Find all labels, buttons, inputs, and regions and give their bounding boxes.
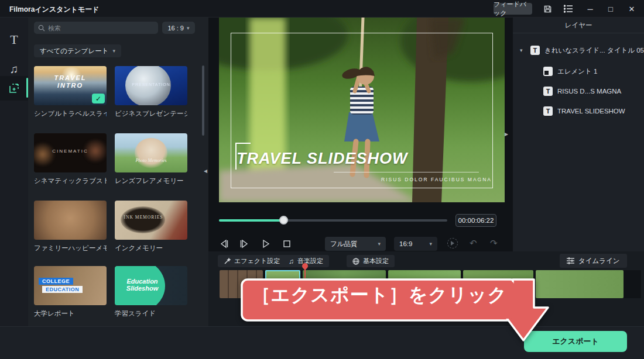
render-preview-icon[interactable]: [447, 238, 458, 248]
template-label: 学習スライド: [115, 309, 187, 318]
timecode-display: 00:00:06:22: [455, 214, 496, 227]
timeline-section: エフェクト設定 ♫ 音楽設定 基本設定 タイムライン: [208, 251, 644, 326]
template-card-lensflare[interactable]: Photo Memories レンズフレアメモリー: [115, 133, 187, 185]
template-card-education[interactable]: EducationSlideshow 学習スライド: [115, 266, 187, 318]
globe-icon: [352, 258, 359, 265]
layer-row-element[interactable]: エレメント 1: [513, 62, 644, 81]
template-label: レンズフレアメモリー: [115, 177, 187, 185]
preview-title-text: TRAVEL SLIDESHOW: [237, 150, 408, 168]
templates-tool-icon[interactable]: [0, 76, 28, 101]
template-label: シネマティックラブストーリー: [34, 177, 107, 185]
preview-area: TRAVEL SLIDESHOW RISUS DOLOR FAUCIBUS MA…: [208, 18, 513, 251]
layers-panel: レイヤー ▾ T きれいなスライド... タイトル 05 エレメント 1 T R…: [513, 18, 644, 251]
seek-bar-handle[interactable]: [279, 216, 288, 225]
layers-header: レイヤー: [513, 18, 644, 33]
collapse-left-icon[interactable]: ◂: [204, 167, 207, 175]
timeline-clip[interactable]: [303, 270, 386, 298]
save-icon[interactable]: [541, 3, 554, 15]
timeline-sliders-icon: [567, 257, 574, 264]
template-filter-dropdown[interactable]: すべてのテンプレート ▾: [34, 44, 121, 57]
element-layer-icon: [543, 67, 553, 76]
layer-row-risus[interactable]: T RISUS D...S MAGNA: [513, 82, 644, 101]
magic-wand-icon: [224, 258, 231, 265]
template-label: ビジネスプレゼンテーション: [115, 109, 187, 118]
seek-bar-progress: [219, 219, 283, 222]
feedback-button[interactable]: フィードバック: [494, 3, 532, 15]
chevron-down-icon: ▾: [429, 241, 432, 247]
template-thumbnail: Photo Memories: [115, 133, 187, 172]
templates-panel: 16 : 9 ▾ すべてのテンプレート ▾ TRAVELINTRO ✓ シンプル…: [28, 18, 208, 359]
layer-row-travel-slideshow[interactable]: T TRAVEL SLIDESHOW: [513, 102, 644, 120]
template-card-family[interactable]: ファミリーハッピーメモリーズ: [34, 201, 107, 253]
text-layer-icon: T: [543, 87, 553, 96]
title-bar: Filmoraインスタントモード フィードバック ─ □ ✕: [0, 0, 644, 18]
chevron-down-icon: ▾: [378, 241, 381, 247]
template-thumbnail: COLLEGE EDUCATION: [34, 266, 107, 305]
text-layer-icon: T: [543, 106, 553, 116]
player-aspect-dropdown[interactable]: 16:9 ▾: [394, 237, 437, 251]
text-layer-icon: T: [530, 46, 540, 55]
template-label: ファミリーハッピーメモリーズ: [34, 244, 107, 253]
list-menu-icon[interactable]: [562, 3, 575, 15]
preview-subtitle-text: RISUS DOLOR FAUCIBUS MAGNA: [381, 177, 492, 182]
search-icon: [38, 25, 45, 32]
quality-dropdown[interactable]: フル品質 ▾: [325, 237, 386, 251]
layer-row-slide-title[interactable]: ▾ T きれいなスライド... タイトル 05: [513, 41, 644, 60]
template-thumbnail: [34, 201, 107, 240]
stop-button[interactable]: [280, 237, 294, 251]
tab-effect-settings[interactable]: エフェクト設定: [218, 255, 286, 267]
template-card-college[interactable]: COLLEGE EDUCATION 大学レポート: [34, 266, 107, 318]
video-preview[interactable]: TRAVEL SLIDESHOW RISUS DOLOR FAUCIBUS MA…: [219, 18, 505, 202]
template-label: 大学レポート: [34, 309, 107, 318]
template-label: インクメモリー: [115, 244, 187, 253]
chevron-down-icon: ▾: [112, 48, 115, 54]
template-card-business[interactable]: PRESENTATION ビジネスプレゼンテーション: [115, 66, 187, 118]
text-tool-icon[interactable]: T: [0, 28, 28, 51]
undo-icon[interactable]: ↶: [470, 238, 477, 248]
timeline-toggle-button[interactable]: タイムライン: [560, 254, 627, 268]
export-button[interactable]: エクスポート: [524, 331, 627, 352]
template-card-cinematic[interactable]: CINEMATIC シネマティックラブストーリー: [34, 133, 107, 185]
timeline-clip[interactable]: [388, 270, 461, 298]
timeline-clip[interactable]: [536, 270, 624, 298]
footer-bar: エクスポート: [0, 326, 644, 359]
template-label: シンプルトラベルスライド: [34, 109, 107, 118]
template-thumbnail: PRESENTATION: [115, 66, 187, 105]
search-box[interactable]: [34, 22, 158, 34]
filmora-instant-mode-window: Filmoraインスタントモード フィードバック ─ □ ✕ T ♫: [0, 0, 644, 359]
maximize-button[interactable]: □: [604, 3, 617, 15]
left-toolbar: T ♫: [0, 18, 28, 359]
window-title: Filmoraインスタントモード: [9, 5, 100, 15]
tab-basic-settings[interactable]: 基本設定: [347, 255, 395, 267]
timeline-clip[interactable]: [463, 270, 533, 298]
template-card-travel[interactable]: TRAVELINTRO ✓ シンプルトラベルスライド: [34, 66, 107, 118]
selected-check-icon: ✓: [92, 94, 105, 103]
chevron-down-icon: ▾: [187, 25, 190, 31]
timeline-clips-strip: [220, 270, 641, 298]
play-button[interactable]: [259, 237, 273, 251]
template-thumbnail: EducationSlideshow: [115, 266, 187, 305]
search-input[interactable]: [48, 25, 136, 32]
minimize-button[interactable]: ─: [584, 3, 597, 15]
timeline-clip[interactable]: [220, 270, 263, 298]
close-button[interactable]: ✕: [625, 3, 638, 15]
collapse-right-icon[interactable]: ▸: [505, 130, 508, 138]
subtitle-divider-line: [334, 172, 479, 172]
next-frame-button[interactable]: [238, 237, 252, 251]
template-card-ink[interactable]: INK MEMORIES インクメモリー: [115, 201, 187, 253]
music-note-icon: ♫: [289, 257, 294, 265]
template-thumbnail: TRAVELINTRO ✓: [34, 66, 107, 105]
playhead-marker[interactable]: [302, 263, 308, 278]
template-thumbnail: CINEMATIC: [34, 133, 107, 172]
template-thumbnail: INK MEMORIES: [115, 201, 187, 240]
previous-frame-button[interactable]: [217, 237, 231, 251]
aspect-ratio-dropdown[interactable]: 16 : 9 ▾: [162, 22, 195, 34]
redo-icon[interactable]: ↷: [490, 238, 498, 248]
timeline-clip-selected[interactable]: [265, 270, 300, 298]
expand-triangle-icon[interactable]: ▾: [520, 47, 526, 53]
templates-scrollbar[interactable]: [202, 65, 204, 136]
